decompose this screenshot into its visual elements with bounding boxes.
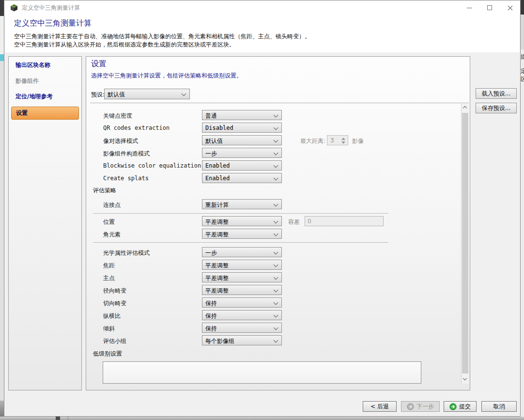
page-title: 定义空中三角测量计算 bbox=[14, 18, 92, 29]
field-label: 像对选择模式 bbox=[103, 137, 138, 145]
selected-value: 保持 bbox=[205, 312, 217, 320]
qr-codes-extraction-select[interactable]: Disabled bbox=[202, 123, 282, 133]
form-row-color-equalization: Blockwise color equalization Enabled bbox=[90, 160, 469, 171]
submit-arrow-icon bbox=[449, 403, 457, 410]
focal-length-select[interactable]: 平差调整 bbox=[202, 260, 282, 270]
field-label: 关键点密度 bbox=[103, 112, 132, 120]
create-splats-select[interactable]: Enabled bbox=[202, 173, 282, 183]
chevron-down-icon bbox=[182, 92, 186, 96]
selected-value: Enabled bbox=[205, 175, 230, 182]
selected-value: 默认值 bbox=[205, 137, 223, 145]
form-row-rotation: 角元素 平差调整 bbox=[90, 229, 469, 239]
section-header-estimation-policies: 评估策略 bbox=[93, 187, 116, 195]
chevron-down-icon bbox=[274, 151, 278, 156]
window-title: 定义空中三角测量计算 bbox=[22, 4, 80, 12]
estimation-group-select[interactable]: 每个影像组 bbox=[202, 335, 282, 345]
title-bar[interactable]: 定义空中三角测量计算 bbox=[4, 0, 520, 15]
panel-subtitle: 选择空中三角测量计算设置，包括评估策略和低级别设置。 bbox=[91, 72, 242, 80]
field-label: 评估小组 bbox=[103, 337, 126, 345]
next-arrow-icon-disabled bbox=[407, 403, 414, 410]
app-cube-icon bbox=[10, 4, 18, 12]
form-row-tie-points: 连接点 重新计算 bbox=[90, 199, 469, 209]
chevron-down-icon bbox=[274, 338, 278, 343]
field-label: 焦距 bbox=[103, 262, 115, 270]
background-accent-strip bbox=[0, 54, 4, 61]
component-construction-mode-select[interactable]: 一步 bbox=[202, 148, 282, 158]
background-window-right-sliver: 提 定 区 bbox=[521, 0, 524, 420]
background-text-fragment: 区 bbox=[521, 76, 524, 82]
background-window-left-sliver bbox=[0, 0, 4, 420]
selected-value: 普通 bbox=[205, 112, 217, 120]
max-distance-stepper[interactable]: 3 bbox=[327, 135, 348, 145]
chevron-down-icon bbox=[274, 232, 278, 236]
form-row-aspect-ratio: 纵横比 保持 bbox=[90, 310, 469, 320]
selected-value: 默认值 bbox=[108, 91, 125, 99]
selected-value: 平差调整 bbox=[205, 218, 229, 226]
selected-value: 平差调整 bbox=[205, 231, 229, 239]
chevron-down-icon bbox=[274, 326, 278, 330]
close-button[interactable] bbox=[500, 0, 520, 15]
tangential-distortion-select[interactable]: 保持 bbox=[202, 297, 282, 308]
sidebar-item-positioning-georeference[interactable]: 定位/地理参考 bbox=[11, 90, 79, 103]
field-label: 光学属性评估模式 bbox=[103, 249, 150, 257]
tolerance-input[interactable] bbox=[305, 216, 384, 226]
field-label: 纵横比 bbox=[103, 312, 121, 320]
scroll-down-button[interactable] bbox=[462, 375, 469, 384]
max-distance-unit: 影像 bbox=[352, 137, 364, 145]
optical-properties-mode-select[interactable]: 一步 bbox=[202, 247, 282, 257]
wizard-header: 定义空中三角测量计算 空中三角测量计算主要在于自动、准确地估算每幅输入影像的位置… bbox=[5, 15, 520, 52]
form-row-pair-selection: 像对选择模式 默认值 最大距离: 3 影像 bbox=[90, 135, 469, 145]
form-row-focal-length: 焦距 平差调整 bbox=[90, 260, 469, 270]
section-header-low-level-settings: 低级别设置 bbox=[93, 350, 122, 358]
stepper-arrows-icon[interactable] bbox=[341, 137, 346, 144]
selected-value: 保持 bbox=[205, 299, 217, 308]
cancel-button[interactable]: 取消 bbox=[481, 401, 517, 412]
form-row-keypoint-density: 关键点密度 普通 bbox=[90, 110, 469, 120]
skew-select[interactable]: 保持 bbox=[202, 323, 282, 333]
save-preset-button[interactable]: 保存预设... bbox=[476, 103, 517, 113]
low-level-settings-input[interactable] bbox=[103, 361, 421, 384]
pair-selection-mode-select[interactable]: 默认值 bbox=[202, 135, 282, 145]
position-select[interactable]: 平差调整 bbox=[202, 216, 282, 226]
maximize-button[interactable] bbox=[479, 0, 500, 15]
principal-point-select[interactable]: 平差调整 bbox=[202, 272, 282, 282]
scroll-up-button[interactable] bbox=[462, 104, 469, 112]
selected-value: 一步 bbox=[205, 150, 217, 158]
back-button[interactable]: < 后退 bbox=[363, 401, 397, 412]
selected-value: 平差调整 bbox=[205, 262, 229, 270]
form-row-estimation-group: 评估小组 每个影像组 bbox=[90, 335, 469, 345]
field-label: 位置 bbox=[103, 218, 115, 226]
form-row-optical-mode: 光学属性评估模式 一步 bbox=[90, 247, 469, 257]
keypoint-density-select[interactable]: 普通 bbox=[202, 110, 282, 120]
minimize-button[interactable] bbox=[459, 0, 479, 15]
selected-value: 一步 bbox=[205, 249, 217, 257]
form-row-create-splats: Create splats Enabled bbox=[90, 173, 469, 183]
load-preset-button[interactable]: 载入预设... bbox=[476, 88, 517, 99]
rotation-select[interactable]: 平差调整 bbox=[202, 229, 282, 239]
tie-points-select[interactable]: 重新计算 bbox=[202, 199, 282, 209]
chevron-up-icon bbox=[463, 106, 467, 110]
close-icon bbox=[508, 5, 513, 11]
selected-value: Disabled bbox=[205, 124, 233, 131]
sidebar-item-output-block-name[interactable]: 输出区块名称 bbox=[11, 59, 79, 72]
submit-button[interactable]: 提交 bbox=[444, 401, 477, 412]
blockwise-color-equalization-select[interactable]: Enabled bbox=[202, 160, 282, 171]
stepper-value: 3 bbox=[330, 137, 334, 144]
desktop-strip bbox=[0, 417, 524, 420]
selected-value: 每个影像组 bbox=[205, 337, 234, 345]
chevron-down-icon bbox=[274, 313, 278, 318]
next-button[interactable]: 下一步 bbox=[401, 401, 440, 412]
preset-select[interactable]: 默认值 bbox=[104, 89, 190, 99]
submit-button-label: 提交 bbox=[459, 403, 471, 411]
chevron-down-icon bbox=[274, 138, 278, 143]
settings-panel: 设置 选择空中三角测量计算设置，包括评估策略和低级别设置。 预设: 默认值 关键… bbox=[86, 56, 470, 390]
sidebar-item-settings[interactable]: 设置 bbox=[11, 107, 79, 120]
vertical-scrollbar[interactable] bbox=[461, 104, 469, 384]
field-label: 切向畸变 bbox=[103, 299, 126, 308]
wizard-steps-sidebar: 输出区块名称 影像组件 定位/地理参考 设置 bbox=[8, 56, 82, 390]
aspect-ratio-select[interactable]: 保持 bbox=[202, 310, 282, 320]
scrollbar-thumb[interactable] bbox=[462, 113, 468, 373]
background-text-fragment: 定 bbox=[521, 68, 524, 75]
separator bbox=[93, 213, 388, 214]
radial-distortion-select[interactable]: 平差调整 bbox=[202, 285, 282, 295]
